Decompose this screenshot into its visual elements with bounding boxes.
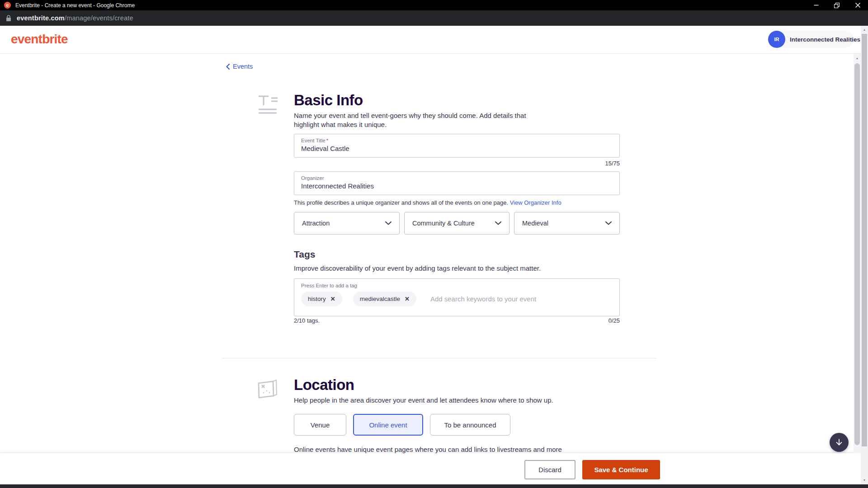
tags-char-counter: 0/25 (609, 317, 620, 324)
basic-info-description: Name your event and tell event-goers why… (294, 111, 543, 129)
discard-button[interactable]: Discard (524, 460, 576, 479)
tags-input-label: Press Enter to add a tag (301, 283, 613, 288)
screen: e Eventbrite - Create a new event - Goog… (0, 0, 868, 488)
window-controls (806, 0, 868, 10)
section-divider (222, 358, 656, 358)
chevron-left-icon (226, 64, 230, 70)
tag-label: medievalcastle (360, 296, 400, 302)
restore-icon (834, 3, 840, 8)
tags-description: Improve discoverability of your event by… (294, 264, 620, 273)
remove-tag-icon[interactable]: ✕ (330, 296, 335, 302)
browser-titlebar: e Eventbrite - Create a new event - Goog… (0, 0, 868, 10)
account-name: Interconnected Realities (790, 36, 860, 43)
subcategory-dropdown-value: Medieval (522, 220, 548, 227)
close-button[interactable] (847, 0, 868, 10)
browser-urlbar[interactable]: eventbrite.com/manage/events/create (0, 10, 868, 26)
url-text: eventbrite.com/manage/events/create (17, 14, 133, 22)
venue-button[interactable]: Venue (294, 414, 346, 436)
organizer-value: Interconnected Realities (301, 182, 613, 190)
tag-pill: medievalcastle ✕ (353, 291, 416, 306)
location-heading: Location (294, 376, 354, 394)
type-dropdown[interactable]: Attraction (294, 212, 400, 235)
arrow-down-icon (835, 438, 843, 446)
tags-heading: Tags (294, 249, 315, 260)
text-section-icon (257, 94, 278, 117)
scroll-down-icon[interactable]: ▼ (861, 479, 868, 482)
to-be-announced-button[interactable]: To be announced (430, 414, 510, 436)
online-event-note: Online events have unique event pages wh… (294, 445, 610, 454)
close-icon (855, 3, 860, 8)
event-title-label: Event Title* (301, 138, 613, 143)
tags-placeholder: Add search keywords to your event (430, 295, 536, 303)
eventbrite-logo[interactable]: eventbrite (11, 32, 68, 47)
chevron-down-icon (605, 221, 612, 225)
back-link-label: Events (233, 63, 253, 70)
back-to-events-link[interactable]: Events (226, 63, 253, 70)
account-menu[interactable]: IR Interconnected Realities (768, 31, 854, 48)
online-event-button[interactable]: Online event (353, 414, 423, 436)
browser-scrollbar[interactable]: ▲ ▼ (861, 26, 868, 484)
tags-pill-row: history ✕ medievalcastle ✕ Add search ke… (301, 291, 613, 306)
tags-input[interactable]: Press Enter to add a tag history ✕ medie… (294, 278, 620, 316)
chevron-down-icon (495, 221, 501, 225)
required-asterisk: * (326, 138, 328, 143)
footer-bar: Discard Save & Continue (0, 453, 861, 484)
event-title-field[interactable]: Event Title* Medieval Castle (294, 134, 620, 158)
event-title-value: Medieval Castle (301, 145, 613, 152)
tag-label: history (308, 296, 326, 302)
type-dropdown-value: Attraction (302, 220, 330, 227)
organizer-helper: This profile describes a unique organize… (294, 199, 561, 206)
restore-button[interactable] (826, 0, 847, 10)
minimize-button[interactable] (806, 0, 826, 10)
browser-scrollbar-thumb[interactable] (862, 34, 867, 446)
scroll-up-icon[interactable]: ▲ (861, 28, 868, 31)
url-path: /manage/events/create (65, 14, 133, 22)
window-title: Eventbrite - Create a new event - Google… (15, 2, 135, 9)
url-domain: eventbrite.com (17, 14, 65, 22)
event-title-counter: 15/75 (294, 160, 620, 167)
subcategory-dropdown[interactable]: Medieval (514, 212, 620, 235)
lock-icon (6, 15, 11, 22)
view-organizer-info-link[interactable]: View Organizer Info (510, 199, 561, 206)
avatar: IR (768, 31, 785, 48)
organizer-field[interactable]: Organizer Interconnected Realities (294, 171, 620, 195)
app-header: eventbrite IR Interconnected Realities (0, 26, 861, 54)
scroll-down-button[interactable] (830, 433, 849, 452)
save-continue-button[interactable]: Save & Continue (582, 460, 660, 479)
category-dropdown-value: Community & Culture (412, 220, 475, 227)
location-description: Help people in the area discover your ev… (294, 396, 574, 405)
tag-pill: history ✕ (301, 291, 342, 306)
category-dropdown[interactable]: Community & Culture (404, 212, 509, 235)
organizer-label: Organizer (301, 175, 613, 181)
map-section-icon (257, 379, 278, 401)
scroll-up-icon[interactable]: ▲ (854, 56, 861, 60)
chevron-down-icon (385, 221, 392, 225)
eventbrite-favicon-icon: e (4, 2, 11, 9)
taskbar-edge (0, 484, 868, 488)
basic-info-heading: Basic Info (294, 92, 363, 109)
page-scrollbar-thumb[interactable] (854, 63, 860, 445)
page-scrollbar[interactable]: ▲ (854, 54, 861, 453)
remove-tag-icon[interactable]: ✕ (405, 296, 410, 302)
tags-counters: 2/10 tags. 0/25 (294, 317, 620, 324)
minimize-icon (814, 3, 819, 8)
tags-count: 2/10 tags. (294, 317, 320, 324)
